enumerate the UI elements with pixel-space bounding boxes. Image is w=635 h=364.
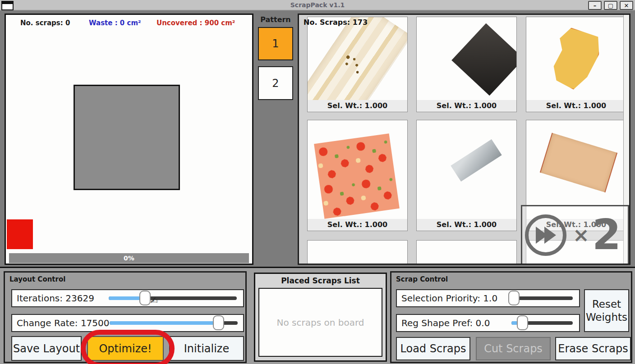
scrap-thumbnail-dark-charcoal [451, 23, 517, 96]
scrap-cell-partial[interactable] [307, 240, 408, 265]
scrap-thumbnail-yellow [548, 25, 603, 93]
cut-scraps-button[interactable]: Cut Scraps [476, 337, 551, 360]
minimize-button[interactable]: – [588, 1, 602, 10]
scrap-control-group: Scrap Control Selection Priority: 1.0 Re… [390, 271, 632, 363]
selection-priority-slider-thumb[interactable] [508, 291, 520, 305]
selection-weight-label: Sel. Wt.: 1.000 [308, 100, 407, 112]
change-rate-label: Change Rate: 17500 [12, 318, 110, 328]
selection-priority-control: Selection Priority: 1.0 [396, 289, 580, 307]
scrap-thumbnail-tan [540, 133, 617, 192]
pattern-label: Pattern [257, 15, 294, 24]
empty-list-message: No scraps on board [277, 317, 364, 328]
scrap-thumbnail-striped-cream [307, 17, 408, 112]
scrap-cell[interactable]: Sel. Wt.: 1.000 [526, 17, 626, 112]
stat-uncovered: Uncovered : 900 cm² [156, 19, 235, 27]
scrap-control-title: Scrap Control [396, 275, 448, 283]
board-red-scrap[interactable] [7, 219, 33, 249]
iterations-slider-thumb[interactable] [139, 291, 151, 305]
pattern-button-2[interactable]: 2 [258, 66, 293, 100]
selection-weight-label: Sel. Wt.: 1.000 [417, 100, 516, 112]
mouse-cursor-icon: ✍ [151, 295, 158, 306]
speed-multiplier: 2 [592, 214, 621, 256]
scrap-thumbnail-strawberry [314, 133, 400, 219]
scrap-cell-partial[interactable] [416, 240, 517, 265]
scrap-cell[interactable]: Sel. Wt.: 1.000 [416, 120, 517, 231]
selection-weight-label: Sel. Wt.: 1.000 [417, 219, 516, 231]
scrap-cell[interactable]: Sel. Wt.: 1.000 [307, 17, 408, 112]
optimize-button[interactable]: Optimize! [87, 336, 164, 361]
stat-waste: Waste : 0 cm² [89, 19, 141, 27]
reg-shape-pref-slider[interactable] [511, 316, 573, 330]
change-rate-slider-thumb[interactable] [213, 315, 224, 330]
placed-scraps-list[interactable]: No scraps on board [258, 288, 382, 357]
window-title: ScrapPack v1.1 [0, 1, 635, 9]
scrap-count-label: No. Scraps: 173 [304, 18, 368, 27]
scrap-cell[interactable]: Sel. Wt.: 1.000 [307, 120, 408, 231]
pattern-button-1[interactable]: 1 [258, 27, 293, 60]
fast-forward-icon [525, 214, 566, 256]
speed-times-symbol: × [573, 223, 589, 246]
selection-weight-label: Sel. Wt.: 1.000 [308, 219, 407, 231]
selection-weight-label: Sel. Wt.: 1.000 [526, 100, 626, 112]
board-target-area [74, 85, 180, 190]
gif-speed-overlay: × 2 [521, 205, 629, 265]
selection-priority-label: Selection Priority: 1.0 [397, 293, 497, 304]
layout-control-title: Layout Control [9, 275, 65, 283]
load-scraps-button[interactable]: Load Scraps [396, 337, 470, 360]
reset-weights-button[interactable]: Reset Weights [584, 289, 629, 332]
bottom-control-bar: Layout Control Iterations: 23629 ✍ Chang… [0, 267, 635, 364]
reg-shape-pref-slider-thumb[interactable] [517, 315, 528, 330]
iterations-control: Iterations: 23629 ✍ [11, 289, 244, 307]
layout-board-canvas[interactable]: No. scraps: 0 Waste : 0 cm² Uncovered : … [5, 14, 253, 265]
scrap-cell[interactable]: Sel. Wt.: 1.000 [416, 17, 517, 112]
save-layout-button[interactable]: Save Layout [11, 336, 82, 361]
initialize-button[interactable]: Initialize [169, 336, 244, 361]
maximize-button[interactable]: ▢ [604, 1, 617, 10]
change-rate-slider[interactable] [110, 316, 238, 330]
erase-scraps-button[interactable]: Erase Scraps [555, 337, 631, 360]
close-button[interactable]: ✕ [620, 1, 633, 10]
layout-control-group: Layout Control Iterations: 23629 ✍ Chang… [4, 271, 247, 363]
scrap-thumbnail-silver [451, 139, 502, 182]
scrap-library-panel: No. Scraps: 173 Sel. Wt.: 1.000 Sel. Wt.… [298, 14, 630, 265]
iterations-label: Iterations: 23629 [12, 293, 94, 304]
change-rate-control: Change Rate: 17500 [11, 314, 244, 332]
reg-shape-pref-control: Reg Shape Pref: 0.0 [396, 314, 580, 332]
iterations-slider[interactable]: ✍ [109, 291, 237, 305]
placed-scraps-title: Placed Scraps List [255, 274, 386, 287]
selection-priority-slider[interactable] [511, 291, 573, 305]
stat-num-scraps: No. scraps: 0 [20, 19, 70, 27]
placed-scraps-panel: Placed Scraps List No scraps on board [254, 273, 387, 362]
progress-bar: 0% [9, 253, 249, 263]
title-bar: ScrapPack v1.1 – ▢ ✕ [0, 0, 635, 11]
reg-shape-pref-label: Reg Shape Pref: 0.0 [397, 318, 490, 328]
